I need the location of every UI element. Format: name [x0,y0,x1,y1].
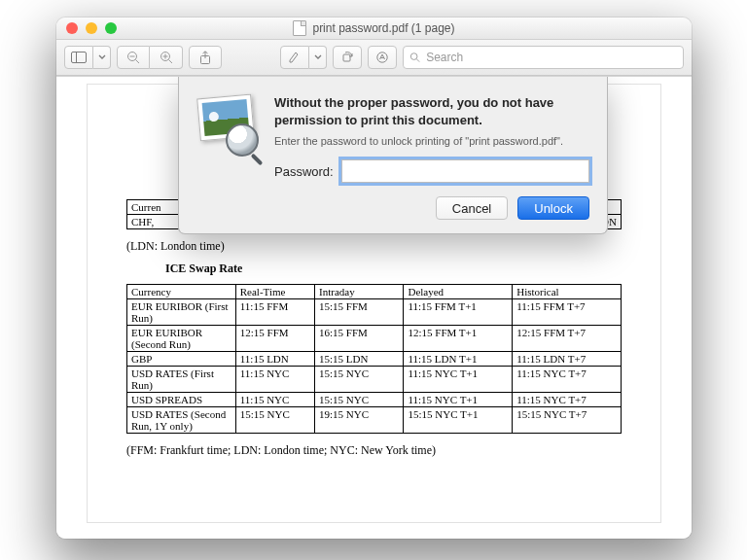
chevron-down-icon [314,54,322,60]
table-row: USD RATES (Second Run, 1Y only)15:15 NYC… [127,407,622,434]
toolbar [56,40,692,76]
table-row: EUR EURIBOR (First Run)11:15 FFM15:15 FF… [127,299,622,326]
document-icon [293,20,306,36]
footnote-ldn: (LDN: London time) [126,239,622,254]
swap-rate-table: Currency Real-Time Intraday Delayed Hist… [126,284,622,434]
zoom-in-icon [160,51,173,64]
password-input[interactable] [341,159,589,183]
preview-window: print password.pdf (1 page) [56,18,692,539]
share-button[interactable] [189,46,222,69]
svg-rect-0 [72,52,87,63]
zoom-out-icon [126,51,140,64]
highlight-button[interactable] [280,46,309,69]
table-row: USD SPREADS11:15 NYC15:15 NYC11:15 NYC T… [127,393,622,407]
svg-line-6 [168,60,172,64]
unlock-button[interactable]: Unlock [517,196,589,220]
window-title-text: print password.pdf (1 page) [312,21,454,35]
footnote-ffm: (FFM: Frankfurt time; LDN: London time; … [126,443,622,458]
minimize-window-button[interactable] [86,22,97,34]
zoom-in-button[interactable] [150,46,183,69]
sheet-heading: Without the proper password, you do not … [274,94,589,128]
rotate-icon [340,51,354,64]
document-viewport[interactable]: Curren CHF, LDN (LDN: London time) ICE S… [56,76,692,539]
sheet-subtext: Enter the password to unlock printing of… [274,134,589,148]
markup-toolbar-button[interactable] [368,46,397,69]
password-label: Password: [274,164,334,179]
window-controls [66,22,117,34]
preview-app-icon [196,94,259,157]
table-row: GBP11:15 LDN15:15 LDN11:15 LDN T+111:15 … [127,352,622,367]
markup-group [280,46,327,69]
titlebar: print password.pdf (1 page) [56,18,692,40]
table-row: USD RATES (First Run)11:15 NYC15:15 NYC1… [127,367,622,393]
zoom-out-button[interactable] [117,46,150,69]
svg-line-3 [136,60,140,64]
svg-line-14 [416,59,419,62]
sidebar-menu-button[interactable] [93,46,111,69]
highlight-menu-button[interactable] [309,46,327,69]
highlighter-icon [288,51,302,64]
svg-point-13 [410,53,417,60]
sidebar-view-group [64,46,111,69]
sidebar-icon [71,52,87,63]
window-title: print password.pdf (1 page) [56,20,692,36]
svg-rect-11 [343,54,350,61]
search-input[interactable] [424,50,677,65]
close-window-button[interactable] [66,22,78,34]
zoom-group [117,46,183,69]
cancel-button[interactable]: Cancel [436,196,508,220]
table-row: EUR EURIBOR (Second Run)12:15 FFM16:15 F… [127,326,622,352]
search-icon [409,52,420,63]
rotate-button[interactable] [333,46,362,69]
password-sheet: Without the proper password, you do not … [178,77,608,234]
search-field[interactable] [403,46,684,69]
magnifier-icon [226,123,259,157]
password-row: Password: [274,159,589,183]
table-header-row: Currency Real-Time Intraday Delayed Hist… [127,285,622,299]
sidebar-button[interactable] [64,46,93,69]
zoom-window-button[interactable] [105,22,117,34]
share-icon [199,51,211,64]
chevron-down-icon [98,54,106,60]
sheet-body: Without the proper password, you do not … [274,94,589,220]
markup-icon [375,51,389,64]
section-title: ICE Swap Rate [165,262,622,276]
sheet-buttons: Cancel Unlock [274,196,589,220]
